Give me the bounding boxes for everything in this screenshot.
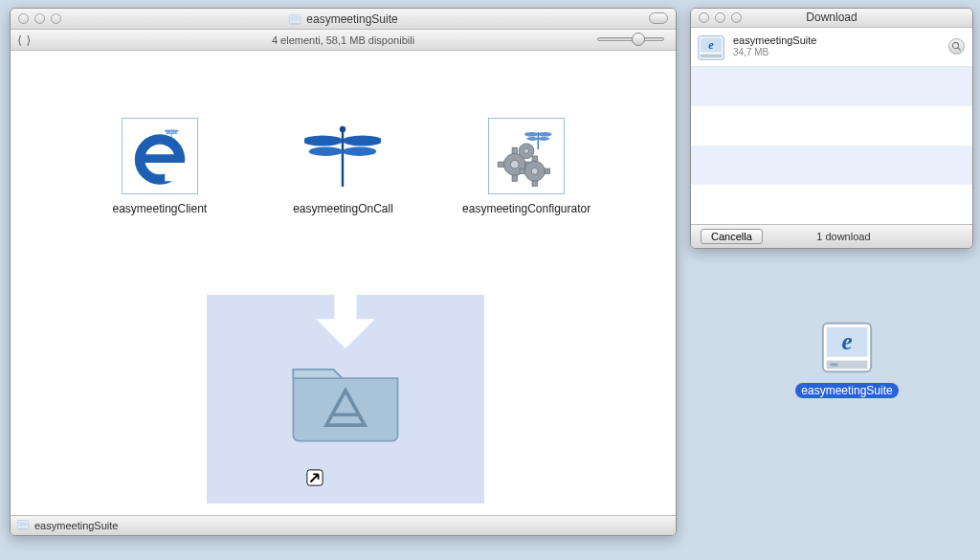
svg-text:e: e	[841, 328, 852, 354]
finder-toolbar: ⟨ ⟩ 4 elementi, 58,1 MB disponibili	[11, 30, 676, 51]
desktop-disk-label: easymeetingSuite	[795, 383, 898, 398]
svg-point-21	[538, 137, 549, 141]
svg-rect-24	[512, 147, 517, 153]
download-titlebar[interactable]: Download	[691, 9, 972, 28]
app-icon-configurator	[488, 118, 565, 194]
svg-point-12	[340, 126, 345, 132]
svg-point-10	[171, 132, 177, 134]
disk-image-icon: e	[817, 318, 877, 379]
slider-track	[597, 37, 664, 41]
minimize-button[interactable]	[715, 12, 725, 23]
svg-rect-44	[701, 54, 723, 57]
download-bottombar: Cancella 1 download	[691, 224, 972, 248]
svg-rect-51	[831, 363, 838, 366]
svg-rect-33	[545, 168, 549, 173]
window-controls[interactable]	[699, 12, 742, 23]
download-window[interactable]: Download e easymeetingSuite 34,7 MB Canc…	[690, 8, 973, 249]
svg-point-15	[309, 146, 343, 156]
minimize-button[interactable]	[34, 13, 45, 24]
download-item-size: 34,7 MB	[733, 47, 816, 58]
toolbar-toggle-button[interactable]	[649, 12, 668, 24]
download-row-empty	[691, 106, 972, 146]
download-row-empty	[691, 146, 972, 185]
finder-status-text: 4 elementi, 58,1 MB disponibili	[11, 34, 676, 46]
app-label: easymeetingConfigurator	[462, 202, 590, 215]
close-button[interactable]	[699, 12, 709, 23]
svg-point-19	[538, 132, 551, 137]
slider-knob[interactable]	[632, 33, 645, 46]
forward-icon[interactable]: ⟩	[25, 34, 32, 47]
app-item-client[interactable]: easymeetingClient	[83, 118, 236, 215]
desktop-disk-item[interactable]: e easymeetingSuite	[799, 318, 895, 398]
app-label: easymeetingOnCall	[293, 202, 393, 215]
svg-point-29	[531, 168, 538, 174]
svg-line-46	[958, 48, 961, 51]
finder-pathbar: easymeetingSuite	[11, 515, 676, 535]
app-label: easymeetingClient	[112, 202, 207, 215]
svg-point-23	[511, 160, 520, 168]
download-item[interactable]: e easymeetingSuite 34,7 MB	[691, 28, 972, 67]
finder-window[interactable]: easymeetingSuite ⟨ ⟩ 4 elementi, 58,1 MB…	[10, 8, 677, 536]
window-controls[interactable]	[18, 13, 61, 24]
zoom-button[interactable]	[731, 12, 742, 23]
svg-text:e: e	[708, 38, 714, 52]
svg-point-9	[166, 132, 171, 134]
reveal-in-finder-button[interactable]	[948, 38, 965, 55]
app-icon-oncall	[304, 118, 381, 194]
disk-icon	[288, 12, 301, 26]
svg-rect-5	[165, 163, 185, 181]
svg-rect-1	[290, 15, 300, 21]
svg-point-8	[171, 130, 178, 132]
svg-rect-40	[18, 528, 28, 529]
zoom-button[interactable]	[51, 13, 61, 24]
app-icon-client	[122, 118, 198, 194]
svg-rect-2	[290, 22, 300, 23]
close-button[interactable]	[18, 13, 29, 24]
svg-point-35	[524, 148, 529, 153]
download-item-text: easymeetingSuite 34,7 MB	[733, 34, 816, 58]
svg-rect-30	[532, 156, 537, 161]
svg-rect-39	[18, 522, 28, 527]
back-icon[interactable]: ⟨	[16, 34, 23, 47]
download-count-label: 1 download	[816, 231, 870, 242]
app-item-configurator[interactable]: easymeetingConfigurator	[450, 118, 603, 215]
disk-image-icon: e	[697, 33, 725, 61]
svg-rect-26	[498, 162, 503, 167]
disk-icon	[16, 518, 30, 533]
svg-rect-4	[140, 154, 180, 163]
magnifier-icon	[951, 41, 962, 52]
applications-drop-target[interactable]	[207, 295, 484, 504]
down-arrow-icon	[298, 295, 393, 350]
window-title-text: easymeetingSuite	[306, 12, 397, 26]
svg-rect-31	[532, 181, 537, 186]
app-item-oncall[interactable]: easymeetingOnCall	[266, 118, 419, 215]
finder-titlebar[interactable]: easymeetingSuite	[11, 9, 676, 30]
svg-point-13	[304, 135, 343, 146]
svg-point-16	[343, 146, 376, 156]
back-forward-control[interactable]: ⟨ ⟩	[16, 34, 32, 47]
svg-point-18	[524, 132, 538, 137]
window-title-text: Download	[806, 11, 857, 24]
window-title: easymeetingSuite	[11, 12, 676, 26]
app-icons-row: easymeetingClient easymeetingOnCall	[11, 118, 676, 215]
alias-badge-icon	[306, 469, 323, 486]
finder-content[interactable]: easymeetingClient easymeetingOnCall	[11, 51, 676, 515]
svg-rect-25	[512, 175, 517, 181]
pathbar-text: easymeetingSuite	[34, 520, 118, 531]
download-row-empty	[691, 185, 972, 224]
svg-rect-0	[290, 14, 301, 24]
svg-rect-32	[520, 168, 524, 173]
download-list: e easymeetingSuite 34,7 MB	[691, 28, 972, 224]
download-item-name: easymeetingSuite	[733, 34, 816, 47]
applications-folder-icon	[283, 350, 408, 446]
svg-point-14	[343, 135, 381, 146]
svg-point-7	[165, 130, 171, 132]
clear-downloads-button[interactable]: Cancella	[701, 229, 763, 244]
icon-size-slider[interactable]	[597, 35, 664, 43]
svg-point-45	[952, 43, 958, 49]
download-row-empty	[691, 67, 972, 106]
svg-point-20	[527, 137, 539, 141]
